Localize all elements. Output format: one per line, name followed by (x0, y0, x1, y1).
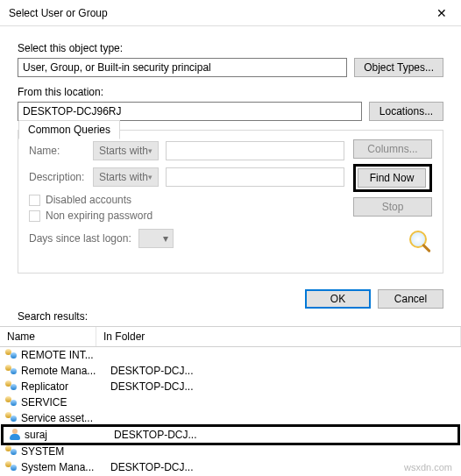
object-types-button[interactable]: Object Types... (354, 58, 443, 77)
search-icon (409, 231, 432, 259)
list-item[interactable]: Service asset... (0, 410, 461, 426)
description-input[interactable] (166, 167, 344, 187)
list-item[interactable]: Remote Mana...DESKTOP-DCJ... (0, 363, 461, 379)
group-icon (4, 461, 19, 473)
find-now-highlight: Find Now (353, 164, 432, 192)
row-folder: DESKTOP-DCJ... (110, 365, 457, 377)
chevron-down-icon: ▾ (148, 173, 152, 181)
results-list[interactable]: REMOTE INT...Remote Mana...DESKTOP-DCJ..… (0, 347, 461, 475)
group-icon (4, 349, 19, 361)
list-item[interactable]: SERVICE (0, 394, 461, 410)
name-match-combo[interactable]: Starts with ▾ (93, 141, 159, 160)
user-icon (7, 429, 23, 441)
close-icon[interactable]: ✕ (422, 0, 461, 26)
logon-days-combo[interactable]: ▾ (138, 229, 174, 248)
object-type-label: Select this object type: (18, 42, 443, 54)
list-item[interactable]: REMOTE INT... (0, 347, 461, 363)
find-now-button[interactable]: Find Now (358, 168, 426, 188)
location-label: From this location: (18, 86, 443, 98)
row-name: SERVICE (19, 396, 110, 409)
group-icon (4, 365, 19, 377)
group-icon (4, 380, 19, 393)
disabled-accounts-label: Disabled accounts (46, 194, 131, 206)
column-folder[interactable]: In Folder (96, 327, 461, 346)
row-name: REMOTE INT... (19, 349, 110, 361)
row-folder: DESKTOP-DCJ... (110, 380, 457, 393)
window-title: Select User or Group (9, 7, 108, 19)
description-label: Description: (29, 171, 86, 183)
row-name: System Mana... (19, 461, 110, 473)
columns-button[interactable]: Columns... (353, 139, 432, 159)
search-results-label: Search results: (0, 310, 461, 326)
row-name: SYSTEM (19, 445, 110, 458)
chevron-down-icon: ▾ (163, 232, 168, 245)
disabled-accounts-checkbox[interactable] (29, 195, 40, 206)
row-name: Service asset... (19, 412, 110, 424)
row-name: Replicator (19, 380, 110, 393)
list-item[interactable]: surajDESKTOP-DCJ... (4, 427, 457, 443)
non-expiring-label: Non expiring password (46, 210, 152, 222)
group-icon (4, 396, 19, 409)
name-input[interactable] (166, 141, 344, 160)
ok-button[interactable]: OK (305, 289, 371, 309)
object-type-field[interactable] (18, 58, 347, 77)
group-icon (4, 445, 19, 458)
locations-button[interactable]: Locations... (369, 102, 443, 121)
name-label: Name: (29, 145, 86, 157)
non-expiring-checkbox[interactable] (29, 210, 40, 222)
results-header: Name In Folder (0, 326, 461, 347)
titlebar: Select User or Group ✕ (0, 0, 461, 26)
row-name: suraj (23, 429, 114, 441)
common-queries-tab[interactable]: Common Queries (18, 120, 120, 139)
logon-label: Days since last logon: (29, 232, 131, 245)
row-name: Remote Mana... (19, 365, 110, 377)
stop-button[interactable]: Stop (353, 197, 432, 217)
watermark: wsxdn.com (404, 462, 452, 472)
chevron-down-icon: ▾ (148, 146, 152, 155)
cancel-button[interactable]: Cancel (378, 289, 443, 309)
location-field[interactable] (18, 102, 362, 121)
list-item[interactable]: SYSTEM (0, 444, 461, 459)
column-name[interactable]: Name (0, 327, 96, 346)
row-folder: DESKTOP-DCJ... (114, 429, 454, 441)
group-icon (4, 412, 19, 424)
list-item[interactable]: System Mana...DESKTOP-DCJ... (0, 459, 461, 475)
dialog-content: Select this object type: Object Types...… (0, 26, 461, 282)
description-match-combo[interactable]: Starts with ▾ (93, 167, 159, 187)
list-item[interactable]: ReplicatorDESKTOP-DCJ... (0, 379, 461, 394)
common-queries-group: Common Queries Name: Starts with ▾ Descr… (18, 130, 443, 274)
